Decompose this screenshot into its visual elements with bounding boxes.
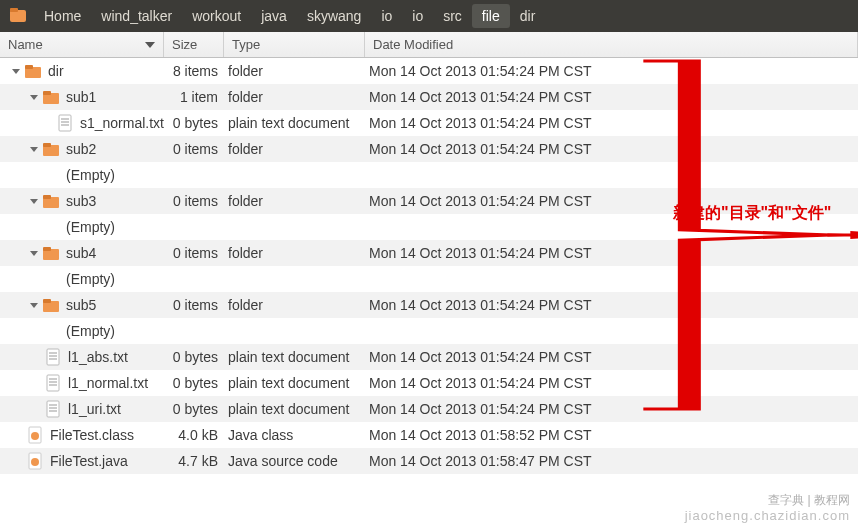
expander-toggle[interactable] (28, 299, 40, 311)
svg-rect-15 (43, 247, 51, 251)
file-name-label: s1_normal.txt (80, 115, 164, 131)
empty-placeholder-row: (Empty) (0, 318, 858, 344)
empty-placeholder-row: (Empty) (0, 266, 858, 292)
breadcrumb-segment[interactable]: java (251, 4, 297, 28)
svg-rect-5 (43, 91, 51, 95)
type-cell: folder (224, 141, 365, 157)
date-cell: Mon 14 Oct 2013 01:54:24 PM CST (365, 349, 858, 365)
expander-toggle[interactable] (28, 91, 40, 103)
svg-rect-11 (43, 143, 51, 147)
breadcrumb-segment[interactable]: io (402, 4, 433, 28)
date-cell: Mon 14 Oct 2013 01:54:24 PM CST (365, 375, 858, 391)
breadcrumb-segment[interactable]: file (472, 4, 510, 28)
file-name-label: (Empty) (66, 271, 115, 287)
folder-icon (42, 296, 60, 314)
column-header-date[interactable]: Date Modified (365, 32, 858, 57)
column-header-type[interactable]: Type (224, 32, 365, 57)
text-file-icon (44, 374, 62, 392)
file-name-label: sub2 (66, 141, 96, 157)
expander-expanded-icon (28, 247, 40, 259)
file-row[interactable]: l1_abs.txt0 bytesplain text documentMon … (0, 344, 858, 370)
breadcrumb-segment[interactable]: wind_talker (91, 4, 182, 28)
size-cell: 4.0 kB (164, 427, 224, 443)
svg-rect-17 (43, 299, 51, 303)
file-name-label: l1_normal.txt (68, 375, 148, 391)
size-cell: 0 bytes (164, 349, 224, 365)
file-row[interactable]: sub20 itemsfolderMon 14 Oct 2013 01:54:2… (0, 136, 858, 162)
type-cell: folder (224, 245, 365, 261)
file-name-label: sub5 (66, 297, 96, 313)
file-name-label: sub3 (66, 193, 96, 209)
column-header-size[interactable]: Size (164, 32, 224, 57)
file-row[interactable]: sub11 itemfolderMon 14 Oct 2013 01:54:24… (0, 84, 858, 110)
expander-toggle[interactable] (28, 143, 40, 155)
size-cell: 0 items (164, 141, 224, 157)
expander-toggle[interactable] (28, 247, 40, 259)
text-file-icon (44, 400, 62, 418)
breadcrumb-items: Homewind_talkerworkoutjavaskywangioiosrc… (34, 4, 545, 28)
size-cell: 0 items (164, 193, 224, 209)
type-cell: plain text document (224, 115, 365, 131)
type-cell: folder (224, 193, 365, 209)
date-cell: Mon 14 Oct 2013 01:54:24 PM CST (365, 63, 858, 79)
svg-rect-26 (47, 401, 59, 417)
breadcrumb-segment[interactable]: io (371, 4, 402, 28)
svg-rect-1 (10, 8, 18, 12)
date-cell: Mon 14 Oct 2013 01:54:24 PM CST (365, 89, 858, 105)
expander-toggle[interactable] (10, 65, 22, 77)
watermark-text-top: 查字典 | 教程网 (768, 492, 850, 509)
type-cell: folder (224, 89, 365, 105)
folder-icon (24, 62, 42, 80)
type-cell: Java source code (224, 453, 365, 469)
svg-rect-6 (59, 115, 71, 131)
breadcrumb-segment[interactable]: workout (182, 4, 251, 28)
expander-toggle[interactable] (28, 195, 40, 207)
folder-icon (42, 244, 60, 262)
svg-rect-13 (43, 195, 51, 199)
folder-icon (42, 88, 60, 106)
file-name-label: l1_abs.txt (68, 349, 128, 365)
breadcrumb-segment[interactable]: skywang (297, 4, 371, 28)
type-cell: Java class (224, 427, 365, 443)
size-cell: 4.7 kB (164, 453, 224, 469)
size-cell: 0 bytes (164, 115, 224, 131)
file-row[interactable]: l1_uri.txt0 bytesplain text documentMon … (0, 396, 858, 422)
expander-expanded-icon (28, 143, 40, 155)
annotation-label: 新建的"目录"和"文件" (673, 203, 831, 224)
size-cell: 0 items (164, 245, 224, 261)
file-row[interactable]: l1_normal.txt0 bytesplain text documentM… (0, 370, 858, 396)
size-cell: 1 item (164, 89, 224, 105)
folder-icon (42, 192, 60, 210)
column-header-name[interactable]: Name (0, 32, 164, 57)
date-cell: Mon 14 Oct 2013 01:54:24 PM CST (365, 401, 858, 417)
java-file-icon (26, 426, 44, 444)
nautilus-app-icon (8, 6, 28, 26)
watermark-text-bottom: jiaocheng.chazidian.com (685, 508, 850, 523)
file-name-label: FileTest.java (50, 453, 128, 469)
breadcrumb-segment[interactable]: dir (510, 4, 546, 28)
type-cell: plain text document (224, 375, 365, 391)
breadcrumb-segment[interactable]: src (433, 4, 472, 28)
file-row[interactable]: dir8 itemsfolderMon 14 Oct 2013 01:54:24… (0, 58, 858, 84)
type-cell: plain text document (224, 401, 365, 417)
expander-expanded-icon (28, 299, 40, 311)
file-row[interactable]: FileTest.java4.7 kBJava source codeMon 1… (0, 448, 858, 474)
file-row[interactable]: sub50 itemsfolderMon 14 Oct 2013 01:54:2… (0, 292, 858, 318)
file-row[interactable]: FileTest.class4.0 kBJava classMon 14 Oct… (0, 422, 858, 448)
size-cell: 8 items (164, 63, 224, 79)
breadcrumb-segment[interactable]: Home (34, 4, 91, 28)
expander-expanded-icon (28, 195, 40, 207)
svg-rect-18 (47, 349, 59, 365)
file-row[interactable]: s1_normal.txt0 bytesplain text documentM… (0, 110, 858, 136)
date-cell: Mon 14 Oct 2013 01:54:24 PM CST (365, 115, 858, 131)
java-file-icon (26, 452, 44, 470)
svg-rect-22 (47, 375, 59, 391)
file-name-label: dir (48, 63, 64, 79)
text-file-icon (56, 114, 74, 132)
size-cell: 0 bytes (164, 401, 224, 417)
date-cell: Mon 14 Oct 2013 01:58:52 PM CST (365, 427, 858, 443)
file-row[interactable]: sub40 itemsfolderMon 14 Oct 2013 01:54:2… (0, 240, 858, 266)
text-file-icon (44, 348, 62, 366)
svg-point-33 (31, 458, 39, 466)
type-cell: plain text document (224, 349, 365, 365)
